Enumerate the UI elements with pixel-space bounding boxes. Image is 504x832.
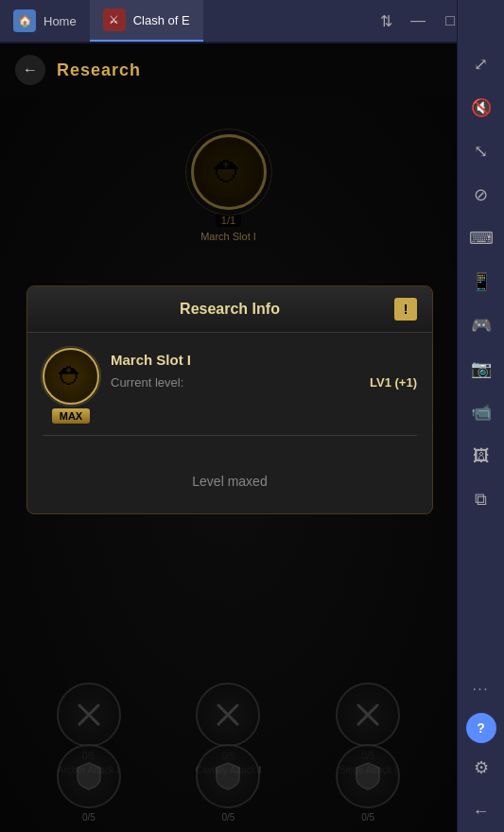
current-level-label: Current level: xyxy=(111,375,183,390)
item-name: March Slot I xyxy=(111,352,417,368)
tab-home[interactable]: 🏠 Home xyxy=(0,0,90,42)
help-button[interactable]: ? xyxy=(466,713,496,743)
current-level-value: LV1 (+1) xyxy=(370,375,417,390)
tab-bar: 🏠 Home ⚔ Clash of E ⇅ — □ ✕ xyxy=(0,0,504,43)
main-content: ← Research ⛑ 1/1 March Slot I Research I… xyxy=(0,43,457,832)
more-button[interactable]: ··· xyxy=(462,669,500,707)
game-background: ⛑ 1/1 March Slot I Research Info ! ⛑ MAX xyxy=(0,96,457,832)
expand-sidebar-button[interactable]: ⤢ xyxy=(462,45,500,83)
volume-button[interactable]: 🔇 xyxy=(462,89,500,127)
back-nav-button[interactable]: ← xyxy=(462,792,500,830)
modal-title: Research Info xyxy=(65,301,394,318)
home-tab-icon: 🏠 xyxy=(13,9,36,32)
phone-button[interactable]: 📱 xyxy=(462,263,500,301)
copy-button[interactable]: ⧉ xyxy=(462,480,500,518)
game-tab-label: Clash of E xyxy=(133,13,190,27)
research-title: Research xyxy=(57,61,141,80)
gallery-button[interactable]: 🖼 xyxy=(462,437,500,475)
settings-button[interactable]: ⚙ xyxy=(462,749,500,787)
modal-divider xyxy=(43,435,417,436)
research-header: ← Research xyxy=(0,43,457,96)
modal-header: Research Info ! xyxy=(27,286,432,333)
item-icon-wrap: ⛑ MAX xyxy=(43,348,99,424)
item-icon: ⛑ xyxy=(43,348,99,405)
item-row: ⛑ MAX March Slot I Current level: LV1 (+… xyxy=(43,348,417,424)
item-details: March Slot I Current level: LV1 (+1) xyxy=(111,348,417,390)
modal-body: ⛑ MAX March Slot I Current level: LV1 (+… xyxy=(27,333,432,513)
gamepad-button[interactable]: 🎮 xyxy=(462,306,500,344)
level-row: Current level: LV1 (+1) xyxy=(111,375,417,390)
research-back-button[interactable]: ← xyxy=(15,55,45,85)
keyboard-button[interactable]: ⌨ xyxy=(462,219,500,257)
video-button[interactable]: 📹 xyxy=(462,393,500,431)
level-maxed-text: Level maxed xyxy=(43,455,417,498)
slash-button[interactable]: ⊘ xyxy=(462,176,500,214)
transfer-button[interactable]: ⇅ xyxy=(372,7,400,35)
camera-button[interactable]: 📷 xyxy=(462,350,500,388)
resize-button[interactable]: ⤡ xyxy=(462,132,500,170)
research-info-modal: Research Info ! ⛑ MAX March Slot I Curre… xyxy=(26,286,433,514)
max-badge: MAX xyxy=(52,408,90,424)
modal-info-button[interactable]: ! xyxy=(394,298,417,321)
tab-game[interactable]: ⚔ Clash of E xyxy=(90,0,203,42)
minimize-button[interactable]: — xyxy=(404,7,432,35)
game-tab-icon: ⚔ xyxy=(103,9,126,31)
home-tab-label: Home xyxy=(43,14,77,28)
right-sidebar: ⤢ 🔇 ⤡ ⊘ ⌨ 📱 🎮 📷 📹 🖼 ⧉ ··· ? ⚙ ← xyxy=(457,0,504,832)
